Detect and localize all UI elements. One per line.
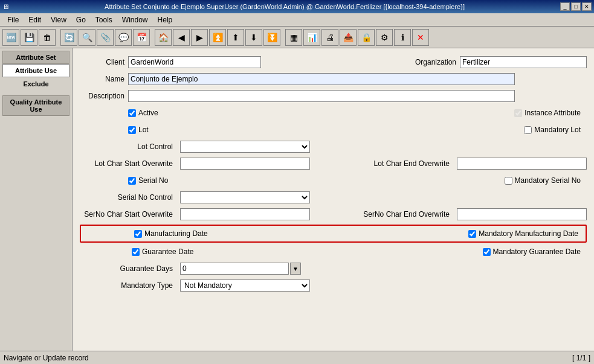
mandatory-guarantee-checkbox[interactable]	[483, 248, 491, 256]
last-button[interactable]: ⏬	[263, 29, 280, 46]
mfg-date-label: Manufacturing Date	[144, 229, 208, 238]
sidebar-label-attribute-set: Attribute Set	[16, 54, 56, 61]
name-row: Name	[80, 72, 587, 86]
mandatory-serial-checkbox[interactable]	[505, 177, 512, 185]
menu-file[interactable]: File	[2, 14, 24, 25]
save-button[interactable]: 💾	[21, 29, 37, 46]
lot-char-start-input[interactable]	[180, 158, 310, 170]
client-input[interactable]	[128, 56, 261, 68]
lot-control-label: Lot Control	[80, 142, 176, 151]
sidebar-item-attribute-use[interactable]: Attribute Use	[2, 64, 69, 77]
active-checkbox-row: Active	[128, 109, 158, 117]
info-button[interactable]: ℹ	[394, 29, 411, 46]
lot-char-row: Lot Char Start Overwrite Lot Char End Ov…	[80, 157, 587, 170]
mandatory-guarantee-label: Mandatory Guarantee Date	[493, 247, 581, 256]
new-button[interactable]: 🆕	[2, 29, 19, 46]
serno-char-end-input[interactable]	[457, 208, 587, 220]
menu-help[interactable]: Help	[153, 14, 178, 25]
instance-attr-label: Instance Attribute	[525, 109, 581, 117]
status-message: Navigate or Update record	[4, 354, 89, 362]
sidebar-item-exclude[interactable]: Exclude	[2, 77, 69, 91]
mandatory-type-label: Mandatory Type	[80, 281, 176, 290]
serno-char-row: SerNo Char Start Overwrite SerNo Char En…	[80, 208, 587, 221]
next-button[interactable]: ⬇	[245, 29, 262, 46]
menu-tools[interactable]: Tools	[91, 14, 117, 25]
org-input[interactable]	[460, 56, 587, 68]
mandatory-guarantee-checkbox-row: Mandatory Guarantee Date	[483, 247, 581, 256]
serno-char-start-input[interactable]	[180, 208, 310, 220]
menu-window[interactable]: Window	[117, 14, 153, 25]
window-title: Attribute Set Conjunto de Ejemplo SuperU…	[9, 3, 560, 10]
prev-button[interactable]: ⬆	[227, 29, 244, 46]
lock-button[interactable]: 🔒	[358, 29, 375, 46]
lot-control-row: Lot Control	[80, 140, 587, 153]
forward-button[interactable]: ▶	[191, 29, 208, 46]
app-icon: 🖥	[2, 3, 9, 10]
sidebar-item-attribute-set[interactable]: Attribute Set	[2, 51, 69, 64]
serno-char-start-label: SerNo Char Start Overwrite	[80, 210, 176, 219]
active-label: Active	[138, 109, 158, 117]
title-bar: 🖥 Attribute Set Conjunto de Ejemplo Supe…	[0, 0, 594, 13]
instance-attr-checkbox[interactable]	[514, 109, 522, 117]
chart-button[interactable]: 📊	[303, 29, 320, 46]
find-button[interactable]: 🔍	[79, 29, 95, 46]
back-button[interactable]: ◀	[173, 29, 190, 46]
lot-mandatory-row: Lot Mandatory Lot	[80, 123, 587, 136]
delete-button[interactable]: 🗑	[39, 29, 56, 46]
serno-char-end-label: SerNo Char End Overwrite	[357, 210, 453, 219]
home-button[interactable]: 🏠	[155, 29, 172, 46]
grid-button[interactable]: ▦	[285, 29, 302, 46]
mfg-date-checkbox[interactable]	[134, 230, 142, 238]
attachment-button[interactable]: 📎	[97, 29, 114, 46]
client-org-row: Client Organization	[80, 56, 587, 69]
mandatory-mfg-checkbox-row: Mandatory Manufacturing Date	[468, 229, 578, 238]
name-label: Name	[80, 75, 128, 83]
instance-attr-checkbox-row: Instance Attribute	[514, 109, 581, 117]
chat-button[interactable]: 💬	[115, 29, 132, 46]
desc-row: Description	[80, 89, 587, 103]
mandatory-type-select[interactable]: Not Mandatory Yes No	[180, 279, 310, 292]
sidebar-item-quality-attribute-use[interactable]: Quality Attribute Use	[2, 95, 69, 116]
window-controls: _ □ ✕	[560, 2, 592, 11]
export-button[interactable]: 📤	[340, 29, 357, 46]
lot-checkbox-row: Lot	[128, 126, 149, 134]
menu-view[interactable]: View	[46, 14, 71, 25]
serial-no-checkbox[interactable]	[128, 177, 136, 185]
client-label: Client	[80, 58, 128, 66]
first-button[interactable]: ⏫	[209, 29, 226, 46]
mandatory-serial-label: Mandatory Serial No	[515, 176, 581, 185]
mandatory-lot-checkbox[interactable]	[524, 126, 532, 134]
mandatory-mfg-checkbox[interactable]	[468, 230, 476, 238]
manufacturing-date-section: Manufacturing Date Mandatory Manufacturi…	[80, 225, 587, 243]
content-area: Client Organization Name Description Act…	[73, 48, 594, 351]
menu-edit[interactable]: Edit	[24, 14, 46, 25]
active-checkbox[interactable]	[128, 109, 136, 117]
print-button[interactable]: 🖨	[321, 29, 338, 46]
lot-label: Lot	[138, 126, 149, 134]
serial-mandatory-row: Serial No Mandatory Serial No	[80, 174, 587, 187]
settings-button[interactable]: ⚙	[376, 29, 393, 46]
maximize-button[interactable]: □	[571, 2, 581, 11]
serial-control-select[interactable]	[180, 191, 310, 203]
exit-button[interactable]: ✕	[412, 29, 429, 46]
lot-checkbox[interactable]	[128, 126, 136, 134]
close-button[interactable]: ✕	[582, 2, 592, 11]
sidebar: Attribute Set Attribute Use Exclude Qual…	[0, 48, 73, 351]
page-info: [ 1/1 ]	[572, 354, 590, 362]
minimize-button[interactable]: _	[560, 2, 570, 11]
sidebar-label-exclude: Exclude	[23, 80, 48, 88]
mfg-date-row: Manufacturing Date Mandatory Manufacturi…	[82, 227, 584, 240]
desc-input[interactable]	[128, 90, 515, 102]
lot-control-select[interactable]	[180, 141, 310, 153]
name-input[interactable]	[128, 73, 515, 85]
calendar-button[interactable]: 📅	[133, 29, 150, 46]
guarantee-days-spinner[interactable]: ▼	[290, 263, 301, 275]
guarantee-days-row: Guarantee Days ▼	[80, 262, 587, 275]
guarantee-days-input[interactable]	[180, 263, 289, 275]
serial-checkbox-row: Serial No	[128, 176, 168, 185]
lot-char-end-input[interactable]	[457, 158, 587, 170]
mandatory-type-row: Mandatory Type Not Mandatory Yes No	[80, 279, 587, 292]
guarantee-date-checkbox[interactable]	[132, 248, 140, 256]
menu-go[interactable]: Go	[71, 14, 91, 25]
refresh-button[interactable]: 🔄	[60, 29, 77, 46]
